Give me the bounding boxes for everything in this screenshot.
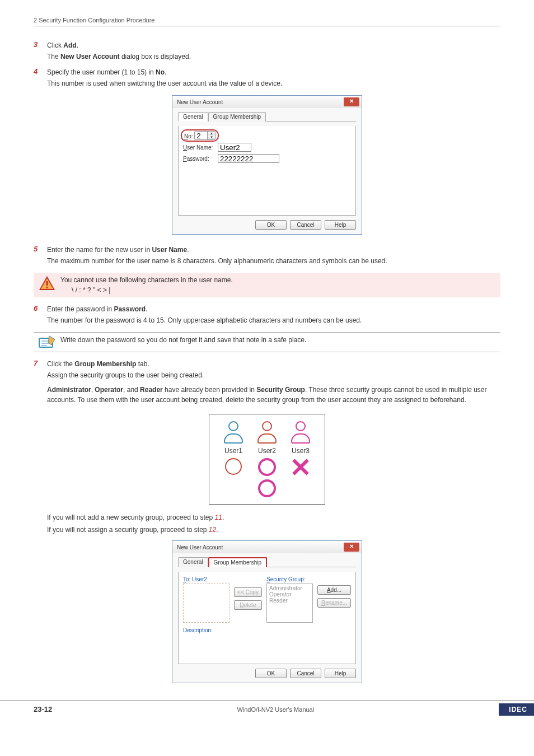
dialog1-title: New User Account <box>177 99 223 105</box>
sg-item-reader[interactable]: Reader <box>269 598 310 604</box>
note-line1: Write down the password so you do not fo… <box>60 335 500 345</box>
warn-line2: \ / : * ? " < > | <box>60 285 500 295</box>
step-num-4: 4 <box>34 67 47 90</box>
add-button[interactable]: Add... <box>317 585 351 595</box>
user1-icon <box>222 421 245 444</box>
sg-label: Security Group: <box>266 576 313 582</box>
password-input[interactable] <box>218 154 279 163</box>
tab-general[interactable]: General <box>178 112 208 122</box>
s3-add: Add <box>63 41 76 49</box>
ok-button-2[interactable]: OK <box>255 669 287 678</box>
new-user-dialog-general: New User Account ✕ General Group Members… <box>172 95 362 235</box>
step-7: 7 Click the Group Membership tab. Assign… <box>34 359 500 406</box>
step-6: 6 Enter the password in Password. The nu… <box>34 304 500 326</box>
copy-button[interactable]: << Copy <box>234 587 262 597</box>
tab-group-membership[interactable]: Group Membership <box>208 112 266 122</box>
step-num-3: 3 <box>34 40 47 63</box>
step-3: 3 Click Add. The New User Account dialog… <box>34 40 500 63</box>
cancel-button[interactable]: Cancel <box>290 220 321 230</box>
warn-line1: You cannot use the following characters … <box>60 275 500 285</box>
no-spinner[interactable]: ▲▼ <box>194 131 216 140</box>
sg-item-admin[interactable]: Administrator <box>269 585 310 591</box>
manual-title: WindO/I-NV2 User's Manual <box>237 706 314 713</box>
help-button-2[interactable]: Help <box>325 669 356 678</box>
s4-no: No <box>156 68 165 76</box>
user3-icon <box>289 421 312 444</box>
step-5: 5 Enter the name for the new user in Use… <box>34 245 500 267</box>
close-icon[interactable]: ✕ <box>344 543 359 552</box>
sg1-icon <box>225 458 242 475</box>
step-num-5: 5 <box>34 245 47 267</box>
warning-callout: You cannot use the following characters … <box>34 273 500 297</box>
svg-rect-2 <box>46 281 48 286</box>
page-number: 23-12 <box>0 705 52 713</box>
user2-label: User2 <box>258 447 276 455</box>
description-label: Description: <box>183 627 351 633</box>
user1-label: User1 <box>224 447 242 455</box>
ok-button[interactable]: OK <box>255 220 287 230</box>
svg-rect-3 <box>46 287 48 288</box>
sg-item-operator[interactable]: Operator <box>269 591 310 598</box>
users-figure: User1 User2 User3 <box>34 414 500 505</box>
help-button[interactable]: Help <box>325 220 356 230</box>
no-label: No: <box>184 133 193 139</box>
spin-up-icon[interactable]: ▲ <box>207 132 215 136</box>
mark-ok-icon-2 <box>258 479 276 497</box>
s3-t1: Click <box>47 41 63 49</box>
note-callout: Write down the password so you do not fo… <box>34 332 500 352</box>
no-input[interactable] <box>195 132 207 139</box>
cancel-button-2[interactable]: Cancel <box>290 669 321 678</box>
close-icon[interactable]: ✕ <box>344 97 359 106</box>
sg-listbox[interactable]: Administrator Operator Reader <box>266 584 313 623</box>
step-num-6: 6 <box>34 304 47 326</box>
s4-desc: This number is used when switching the u… <box>47 78 500 88</box>
dialog2-title: New User Account <box>177 544 223 550</box>
step-link-12[interactable]: 12 <box>209 526 216 534</box>
password-label: Password: <box>183 156 218 162</box>
spin-down-icon[interactable]: ▼ <box>207 136 215 139</box>
tab-group-membership-2[interactable]: Group Membership <box>208 557 268 567</box>
user3-label: User3 <box>292 447 310 455</box>
warning-icon <box>38 275 56 292</box>
step-4: 4 Specify the user number (1 to 15) in N… <box>34 67 500 90</box>
to-listbox[interactable] <box>183 584 229 623</box>
rename-button[interactable]: Rename... <box>317 598 351 608</box>
step-link-11[interactable]: 11 <box>215 514 222 521</box>
tab-general-2[interactable]: General <box>178 557 208 567</box>
new-user-dialog-gm: New User Account ✕ General Group Members… <box>172 540 362 683</box>
header-breadcrumb: 2 Security Function Configuration Proced… <box>34 17 500 26</box>
s3-dlgname: New User Account <box>60 53 120 60</box>
username-label: User Name: <box>183 144 218 151</box>
note-icon <box>38 335 56 349</box>
to-label: To: User2 <box>183 576 229 582</box>
brand-logo: IDEC <box>499 703 534 716</box>
mark-ng-icon <box>292 458 310 476</box>
user2-icon <box>255 421 279 444</box>
mark-ok-icon <box>258 458 276 476</box>
username-input[interactable] <box>218 143 251 152</box>
step-num-7: 7 <box>34 359 47 406</box>
delete-button[interactable]: Delete <box>234 600 262 610</box>
